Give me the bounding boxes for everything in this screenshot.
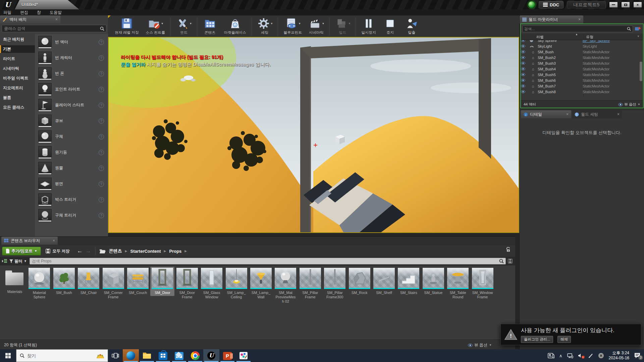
taskbar-mail[interactable]: [171, 349, 187, 362]
category-geometry[interactable]: 지오메트리: [0, 84, 35, 92]
visibility-eye-icon[interactable]: [521, 84, 530, 87]
category-volumes[interactable]: 볼륨: [0, 94, 35, 102]
visibility-eye-icon[interactable]: [521, 62, 530, 65]
asset-sm-stairs[interactable]: SM_Stairs: [396, 267, 421, 296]
level-tab[interactable]: Untitled*: [15, 0, 79, 9]
visibility-eye-icon[interactable]: [521, 50, 530, 53]
asset-sm-pillar-frame[interactable]: SM_Pillar Frame: [298, 267, 322, 300]
type-filter-icon[interactable]: ▼: [637, 35, 640, 38]
pause-button[interactable]: 일시정지: [358, 16, 379, 36]
place-item-player-start[interactable]: 플레이어 스타트?: [35, 97, 108, 113]
cinematics-button[interactable]: ▾시네마틱: [305, 16, 327, 36]
onedrive-paused-icon[interactable]: [598, 353, 604, 359]
asset-sm-chair[interactable]: SM_Chair: [76, 267, 101, 296]
outliner-row[interactable]: ⌂SM_Bush5StaticMeshActor: [521, 72, 643, 77]
lock-icon[interactable]: [506, 247, 511, 252]
actor-label[interactable]: SM_Bush3: [536, 61, 583, 65]
chevron-down-icon[interactable]: ▾: [349, 22, 351, 25]
content-browser-tab[interactable]: 콘텐츠 브라우저 ×: [1, 237, 58, 245]
place-item-cylinder[interactable]: 원기둥?: [35, 144, 108, 160]
menu-help[interactable]: 도움말: [50, 10, 62, 15]
dismiss-button[interactable]: 해제: [557, 336, 571, 343]
taskbar-paint[interactable]: [235, 349, 252, 362]
asset-sm-shelf[interactable]: SM_Shelf: [372, 267, 396, 296]
actor-type[interactable]: BP_Sky_Sphere: [583, 40, 610, 43]
content-button[interactable]: 콘텐츠: [199, 16, 221, 36]
game-viewport[interactable]: 라이팅을 다시 빌드해야 합니다 (빌드 필요: 91개) 문을 열거라 시지를…: [108, 37, 519, 233]
asset-sm-corner-frame[interactable]: SM_Corner Frame: [101, 267, 125, 300]
asset-sm-pillar-frame300[interactable]: SM_Pillar Frame300: [323, 267, 347, 300]
taskbar-clock[interactable]: 오후 3:24 2024-05-16: [609, 351, 629, 361]
save-all-button[interactable]: 모두 저장: [46, 248, 69, 254]
source-control-button[interactable]: ▾소스 컨트롤: [142, 16, 168, 36]
outliner-search-input[interactable]: [523, 27, 625, 31]
category-recently-placed[interactable]: 최근 배치됨: [0, 36, 35, 43]
place-item-empty-character[interactable]: 빈 캐릭터?: [35, 50, 108, 66]
column-label[interactable]: 라벨: [536, 35, 544, 40]
close-icon[interactable]: ×: [566, 112, 569, 117]
asset-sm-rock[interactable]: SM_Rock: [347, 267, 372, 296]
sources-panel-toggle-icon[interactable]: [2, 259, 7, 263]
place-item-cone[interactable]: 원뿔?: [35, 160, 108, 176]
minimize-button[interactable]: [609, 2, 618, 8]
breadcrumb-props[interactable]: Props: [169, 249, 181, 254]
save-search-icon[interactable]: [508, 259, 513, 263]
taskbar-search-input[interactable]: [27, 353, 94, 358]
forward-button[interactable]: →: [86, 248, 91, 254]
outliner-scrollbar[interactable]: [640, 62, 642, 81]
widgets-icon[interactable]: [548, 353, 554, 358]
chevron-down-icon[interactable]: ▾: [322, 22, 324, 25]
breadcrumb-startercontent[interactable]: StarterContent: [130, 249, 161, 254]
outliner-row[interactable]: ⌂SM_BushStaticMeshActor: [521, 49, 643, 55]
place-item-sphere[interactable]: 구체?: [35, 129, 108, 144]
actor-label[interactable]: SM_Bush2: [536, 56, 583, 60]
filters-button[interactable]: 필터 ▼: [9, 258, 27, 264]
tab-world-settings[interactable]: 월드 세팅 ×: [572, 110, 622, 118]
asset-sm-lamp-ceiling[interactable]: SM_Lamp_ Ceiling: [224, 267, 249, 300]
category-all-classes[interactable]: 모든 클래스: [0, 104, 35, 111]
asset-sm-glass-window[interactable]: SM_Glass Window: [200, 267, 224, 300]
visibility-eye-icon[interactable]: [521, 67, 530, 70]
outliner-row[interactable]: SkyLightSkyLight: [521, 43, 643, 49]
outliner-row[interactable]: ⌂SM_Bush8StaticMeshActor: [521, 89, 643, 95]
ddc-button[interactable]: DDC: [539, 1, 564, 8]
outliner-filter-add-icon[interactable]: [635, 26, 641, 32]
breadcrumb-콘텐츠[interactable]: 콘텐츠: [109, 248, 122, 254]
place-item-cube[interactable]: 큐브?: [35, 113, 108, 129]
world-outliner-tab[interactable]: 월드 아웃라이너 ×: [520, 15, 583, 23]
asset-sm-lamp-wall[interactable]: SM_Lamp_ Wall: [249, 267, 273, 300]
category-lights[interactable]: 라이트: [0, 55, 35, 63]
asset-sm-door-frame[interactable]: SM_Door Frame: [175, 267, 199, 300]
manage-plugins-button[interactable]: 플러그인 관리...: [521, 336, 553, 343]
taskbar-file-explorer[interactable]: [139, 349, 155, 362]
tab-details[interactable]: i 디테일 ×: [521, 110, 571, 118]
visibility-eye-icon[interactable]: [521, 56, 530, 59]
close-button[interactable]: ×: [633, 2, 642, 8]
asset-sm-table-round[interactable]: SM_Table Round: [446, 267, 470, 300]
outliner-column-header[interactable]: 라벨 ▲ 유형 ▼: [521, 34, 643, 40]
settings-button[interactable]: ▾세팅: [254, 16, 276, 36]
category-cinematic[interactable]: 시네마틱: [0, 65, 35, 72]
visibility-eye-icon[interactable]: [521, 73, 530, 76]
pen-icon[interactable]: [588, 353, 593, 358]
close-icon[interactable]: ×: [53, 238, 55, 243]
back-button[interactable]: ←: [77, 248, 83, 254]
eject-button[interactable]: 탈출: [401, 16, 422, 36]
asset-materials[interactable]: Materials: [3, 267, 27, 295]
taskbar-unreal-engine[interactable]: U: [203, 349, 219, 362]
visibility-eye-icon[interactable]: [521, 79, 530, 82]
outliner-row[interactable]: Sky SphereBP_Sky_Sphere: [521, 40, 643, 43]
taskbar-microsoft-store[interactable]: [155, 349, 171, 362]
place-item-box-trigger[interactable]: 박스 트리거?: [35, 192, 108, 207]
volume-muted-icon[interactable]: ×: [578, 353, 583, 358]
menu-window[interactable]: 창: [37, 10, 41, 15]
chevron-down-icon[interactable]: ▾: [299, 22, 301, 25]
place-item-plane[interactable]: 평면?: [35, 176, 108, 192]
class-search-input[interactable]: [2, 26, 98, 31]
chevron-down-icon[interactable]: ▾: [161, 22, 163, 25]
place-item-empty-actor[interactable]: 빈 액터?: [35, 34, 108, 50]
outliner-row[interactable]: ⌂SM_Bush4StaticMeshActor: [521, 66, 643, 72]
asset-sm-couch[interactable]: SM_Couch: [126, 267, 150, 296]
actor-label[interactable]: Sky Sphere: [536, 40, 583, 43]
marketplace-button[interactable]: u마켓플레이스: [221, 16, 250, 36]
